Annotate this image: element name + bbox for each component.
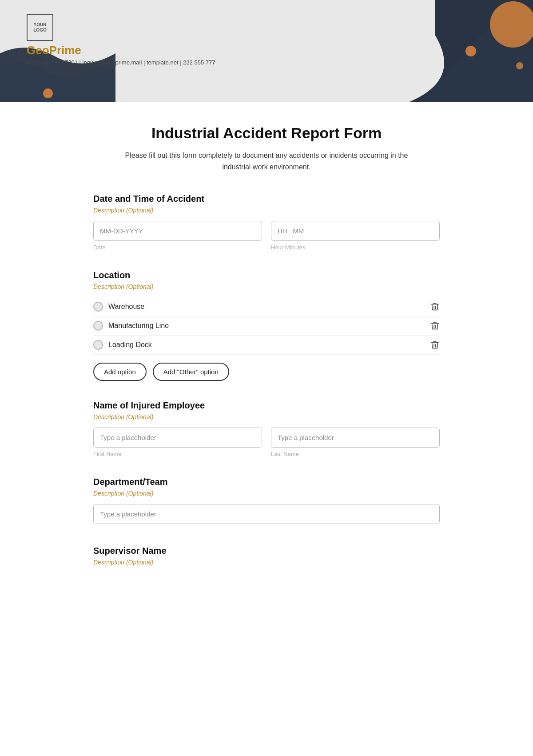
radio-warehouse[interactable]: [93, 302, 103, 312]
supervisor-title: Supervisor Name: [93, 546, 440, 556]
injured-description: Description (Optional): [93, 413, 440, 420]
section-date-time: Date and Time of Accident Description (O…: [93, 194, 440, 251]
add-other-option-button[interactable]: Add "Other" option: [153, 363, 229, 381]
time-field-group: Hour Minutes: [271, 221, 440, 251]
date-label: Date: [93, 244, 262, 251]
last-name-group: Last Name: [271, 428, 440, 457]
date-time-title: Date and Time of Accident: [93, 194, 440, 204]
delete-warehouse-icon[interactable]: [430, 302, 440, 312]
section-supervisor: Supervisor Name Description (Optional): [93, 546, 440, 566]
page-header: YOUR LOGO GeoPrime Portland, OR 97201 | …: [0, 0, 533, 102]
date-time-description: Description (Optional): [93, 207, 440, 214]
department-description: Description (Optional): [93, 490, 440, 497]
time-input[interactable]: [271, 221, 440, 241]
company-info: Portland, OR 97201 | inquire@geoprime.ma…: [27, 59, 215, 66]
form-title: Industrial Accident Report Form: [93, 124, 440, 142]
location-option-manufacturing: Manufacturing Line: [93, 316, 440, 336]
time-label: Hour Minutes: [271, 244, 440, 251]
section-location: Location Description (Optional) Warehous…: [93, 270, 440, 381]
section-injured-employee: Name of Injured Employee Description (Op…: [93, 400, 440, 457]
date-field-group: Date: [93, 221, 262, 251]
injured-title: Name of Injured Employee: [93, 400, 440, 411]
location-buttons: Add option Add "Other" option: [93, 363, 440, 381]
location-description: Description (Optional): [93, 283, 440, 290]
svg-point-1: [465, 46, 476, 56]
warehouse-label: Warehouse: [108, 303, 144, 311]
company-logo-area: YOUR LOGO GeoPrime Portland, OR 97201 | …: [27, 14, 215, 66]
logo-box: YOUR LOGO: [27, 14, 53, 41]
date-input[interactable]: [93, 221, 262, 241]
first-name-group: First Name: [93, 428, 262, 457]
supervisor-description: Description (Optional): [93, 559, 440, 566]
form-subtitle: Please fill out this form completely to …: [115, 150, 418, 172]
last-name-label: Last Name: [271, 451, 440, 457]
delete-manufacturing-icon[interactable]: [430, 321, 440, 331]
company-name: GeoPrime: [27, 44, 215, 57]
last-name-input[interactable]: [271, 428, 440, 448]
add-option-button[interactable]: Add option: [93, 363, 147, 381]
location-title: Location: [93, 270, 440, 280]
name-fields: First Name Last Name: [93, 428, 440, 457]
main-content: Industrial Accident Report Form Please f…: [76, 102, 457, 621]
first-name-label: First Name: [93, 451, 262, 457]
loading-label: Loading Dock: [108, 341, 152, 349]
svg-point-3: [43, 88, 53, 98]
location-option-warehouse: Warehouse: [93, 297, 440, 316]
radio-manufacturing[interactable]: [93, 321, 103, 331]
svg-point-2: [516, 62, 523, 69]
department-input[interactable]: [93, 504, 440, 524]
location-option-loading: Loading Dock: [93, 336, 440, 355]
manufacturing-label: Manufacturing Line: [108, 322, 169, 330]
delete-loading-icon[interactable]: [430, 340, 440, 350]
date-time-fields: Date Hour Minutes: [93, 221, 440, 251]
section-department: Department/Team Description (Optional): [93, 477, 440, 526]
department-title: Department/Team: [93, 477, 440, 487]
header-deco-right: [382, 0, 533, 102]
first-name-input[interactable]: [93, 428, 262, 448]
radio-loading[interactable]: [93, 340, 103, 350]
